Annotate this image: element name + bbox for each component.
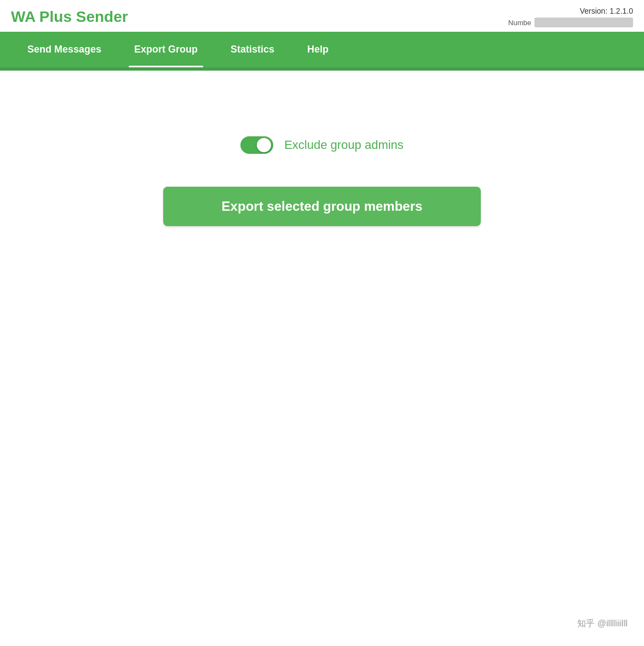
toggle-slider — [240, 136, 273, 154]
number-label: Numbe — [508, 19, 531, 27]
main-content: Exclude group admins Export selected gro… — [0, 71, 644, 248]
exclude-admins-label: Exclude group admins — [284, 138, 404, 152]
nav-item-help[interactable]: Help — [291, 32, 345, 67]
number-redacted — [534, 18, 633, 27]
version-info: Version: 1.2.1.0 Numbe — [508, 7, 633, 27]
export-button[interactable]: Export selected group members — [163, 187, 481, 226]
top-header: WA Plus Sender Version: 1.2.1.0 Numbe — [0, 0, 644, 32]
nav-item-statistics[interactable]: Statistics — [214, 32, 291, 67]
toggle-row: Exclude group admins — [240, 136, 404, 154]
version-text: Version: 1.2.1.0 — [580, 7, 633, 15]
navigation-bar: Send Messages Export Group Statistics He… — [0, 32, 644, 67]
app-title: WA Plus Sender — [11, 8, 128, 26]
nav-item-export-group[interactable]: Export Group — [118, 32, 214, 67]
watermark: 知乎 @illlliiilll — [577, 618, 628, 630]
number-bar: Numbe — [508, 18, 633, 27]
exclude-admins-toggle[interactable] — [240, 136, 273, 154]
nav-item-send-messages[interactable]: Send Messages — [11, 32, 118, 67]
